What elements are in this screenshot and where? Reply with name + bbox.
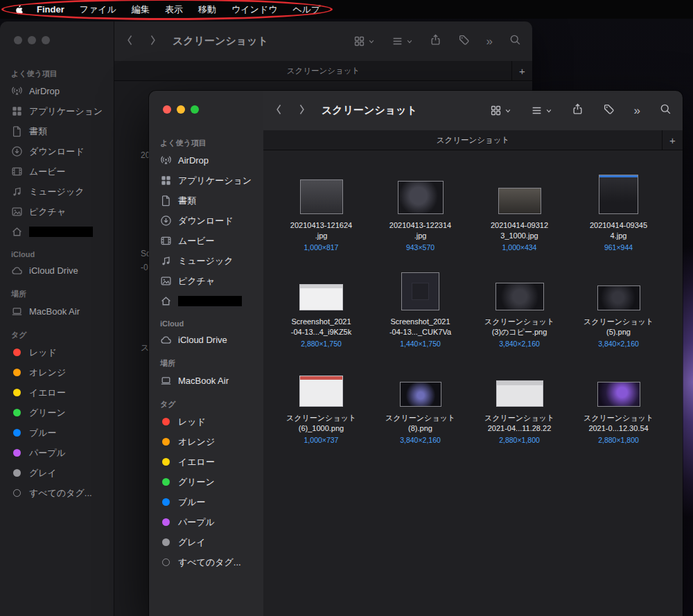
sidebar-item-label: 書類 (178, 195, 196, 207)
sidebar-tag-gray[interactable]: グレイ (155, 532, 258, 552)
back-button[interactable] (274, 103, 283, 119)
search-icon (509, 34, 521, 46)
search-button[interactable] (509, 34, 521, 49)
menu-go[interactable]: 移動 (191, 3, 224, 16)
close-button[interactable] (14, 36, 22, 44)
menu-file[interactable]: ファイル (72, 3, 124, 16)
sidebar-item-pictures[interactable]: ピクチャ (155, 271, 258, 291)
sidebar-item-music[interactable]: ミュージック (155, 251, 258, 271)
sidebar-tag-blue[interactable]: ブルー (155, 492, 258, 512)
file-browser-content[interactable]: 20210413-121624 .jpg1,000×817 20210413-1… (263, 150, 683, 616)
sidebar-item-icloud-drive[interactable]: iCloud Drive (155, 330, 258, 350)
menu-edit[interactable]: 編集 (124, 3, 157, 16)
view-options-button[interactable] (490, 105, 511, 116)
minimize-button[interactable] (177, 105, 185, 114)
sidebar-item-applications[interactable]: アプリケーション (6, 101, 108, 121)
file-name: スクリーンショット (5).png (569, 317, 668, 337)
sidebar-item-icloud-drive[interactable]: iCloud Drive (6, 261, 108, 281)
new-tab-button[interactable]: + (662, 130, 683, 150)
group-button[interactable] (531, 105, 552, 116)
sidebar-item-downloads[interactable]: ダウンロード (6, 141, 108, 161)
zoom-button[interactable] (191, 105, 199, 114)
share-button[interactable] (430, 34, 441, 49)
sidebar-tag-green[interactable]: グリーン (6, 403, 108, 423)
menu-finder[interactable]: Finder (29, 4, 72, 15)
apple-menu[interactable] (8, 4, 29, 15)
file-item[interactable]: 20210413-121624 .jpg1,000×817 (272, 171, 371, 267)
airdrop-icon (160, 155, 172, 166)
new-tab-button[interactable]: + (511, 61, 532, 80)
sidebar-tag-purple[interactable]: パープル (155, 512, 258, 532)
share-button[interactable] (572, 103, 584, 118)
forward-button[interactable] (297, 103, 306, 119)
sidebar-tag-green[interactable]: グリーン (155, 472, 258, 492)
sidebar-item-home[interactable] (155, 291, 258, 311)
menu-view[interactable]: 表示 (157, 3, 191, 16)
sidebar-tag-yellow[interactable]: イエロー (6, 382, 108, 403)
search-button[interactable] (660, 103, 672, 118)
sidebar-item-macbook-air[interactable]: MacBook Air (155, 371, 258, 391)
file-item[interactable]: スクリーンショット 2021-0...12.30.542,880×1,800 (569, 364, 668, 460)
file-item[interactable]: 20210414-09345 4.jpg961×944 (569, 171, 668, 267)
close-button[interactable] (163, 105, 171, 114)
file-item[interactable]: スクリーンショット (6)_1000.png1,000×737 (272, 364, 371, 460)
file-item[interactable]: スクリーンショット 2021-04...11.28.222,880×1,800 (470, 364, 569, 460)
chevron-down-icon (368, 38, 375, 45)
file-size: 1,000×434 (470, 243, 569, 252)
sidebar-item-label: MacBook Air (178, 376, 229, 386)
file-item[interactable]: 20210413-122314 .jpg943×570 (371, 171, 470, 267)
sidebar-tag-red[interactable]: レッド (155, 412, 258, 432)
sidebar-item-music[interactable]: ミュージック (6, 182, 108, 202)
file-thumbnail (400, 382, 441, 407)
file-item[interactable]: Screenshot_2021 -04-13...4_i9KZ5k2,880×1… (272, 267, 371, 364)
view-options-button[interactable] (353, 35, 375, 47)
sidebar-tag-blue[interactable]: ブルー (6, 423, 108, 443)
file-size: 2,880×1,800 (470, 436, 569, 444)
file-item[interactable]: スクリーンショット (5).png3,840×2,160 (569, 267, 668, 364)
forward-button[interactable] (148, 33, 157, 50)
sidebar-item-applications[interactable]: アプリケーション (155, 170, 258, 191)
more-toolbar-items-button[interactable]: » (634, 105, 640, 116)
sidebar-all-tags[interactable]: すべてのタグ... (155, 552, 258, 572)
sidebar-item-downloads[interactable]: ダウンロード (155, 211, 258, 231)
tags-button[interactable] (603, 103, 615, 118)
sidebar-item-airdrop[interactable]: AirDrop (155, 150, 258, 170)
file-item[interactable]: 20210414-09312 3_1000.jpg1,000×434 (470, 171, 569, 267)
zoom-button[interactable] (42, 36, 50, 44)
sidebar-item-airdrop[interactable]: AirDrop (6, 81, 108, 101)
finder-window-active[interactable]: よく使う項目 AirDrop アプリケーション 書類 ダウンロード ムービー ミ… (149, 91, 683, 616)
sidebar-tag-yellow[interactable]: イエロー (155, 452, 258, 472)
downloads-icon (11, 146, 23, 157)
file-item[interactable]: スクリーンショット (8).png3,840×2,160 (371, 364, 470, 460)
minimize-button[interactable] (28, 36, 36, 44)
sidebar-item-home[interactable] (6, 222, 108, 242)
sidebar-item-macbook-air[interactable]: MacBook Air (6, 301, 108, 322)
file-item[interactable]: Screenshot_2021 -04-13..._CUK7Va1,440×1,… (371, 267, 470, 364)
sidebar-tag-orange[interactable]: オレンジ (155, 432, 258, 452)
all-tags-icon (13, 489, 21, 497)
sidebar: よく使う項目 AirDrop アプリケーション 書類 ダウンロード ムービー ミ… (149, 91, 263, 616)
menu-help[interactable]: ヘルプ (285, 3, 328, 16)
tab-screenshot[interactable]: スクリーンショット (287, 66, 360, 76)
sidebar-tag-gray[interactable]: グレイ (6, 463, 108, 483)
tab-bar: スクリーンショット + (263, 130, 683, 150)
sidebar-tag-red[interactable]: レッド (6, 342, 108, 362)
back-button[interactable] (125, 33, 134, 50)
sidebar-item-movies[interactable]: ムービー (6, 161, 108, 182)
sidebar-item-pictures[interactable]: ピクチャ (6, 202, 108, 222)
file-item[interactable]: スクリーンショット (3)のコピー.png3,840×2,160 (470, 267, 569, 364)
sidebar-tag-orange[interactable]: オレンジ (6, 362, 108, 382)
group-button[interactable] (392, 35, 413, 47)
file-name: Screenshot_2021 -04-13...4_i9KZ5k (272, 317, 371, 337)
more-toolbar-items-button[interactable]: » (486, 35, 493, 47)
sidebar-item-documents[interactable]: 書類 (6, 121, 108, 141)
tags-button[interactable] (458, 34, 470, 49)
sidebar-item-movies[interactable]: ムービー (155, 231, 258, 251)
sidebar-tag-purple[interactable]: パープル (6, 443, 108, 463)
tab-screenshot[interactable]: スクリーンショット (437, 135, 510, 146)
tag-label: ブルー (29, 427, 57, 439)
menu-window[interactable]: ウインドウ (224, 3, 286, 16)
sidebar-all-tags[interactable]: すべてのタグ... (6, 483, 108, 503)
sidebar-item-documents[interactable]: 書類 (155, 191, 258, 211)
file-thumbnail (599, 175, 638, 214)
